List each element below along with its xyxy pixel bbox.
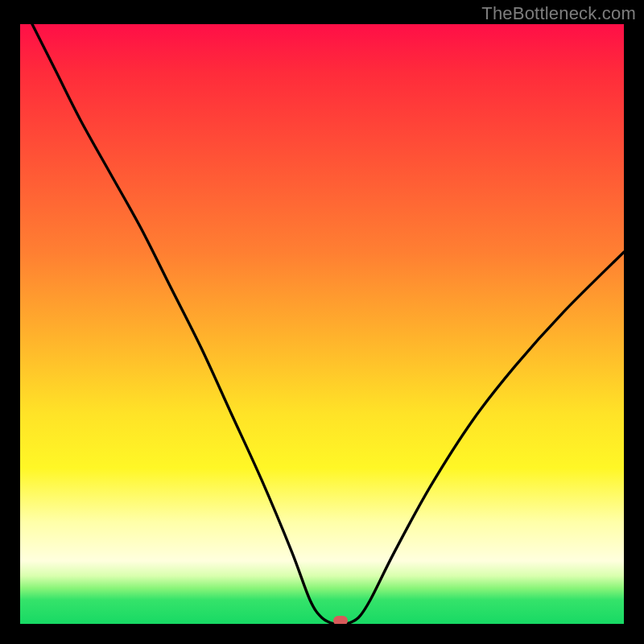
chart-frame: TheBottleneck.com	[0, 0, 644, 644]
curve-path	[32, 24, 624, 624]
plot-area	[20, 24, 624, 624]
watermark-text: TheBottleneck.com	[481, 3, 636, 24]
optimum-marker	[333, 616, 348, 624]
bottleneck-curve	[20, 24, 624, 624]
